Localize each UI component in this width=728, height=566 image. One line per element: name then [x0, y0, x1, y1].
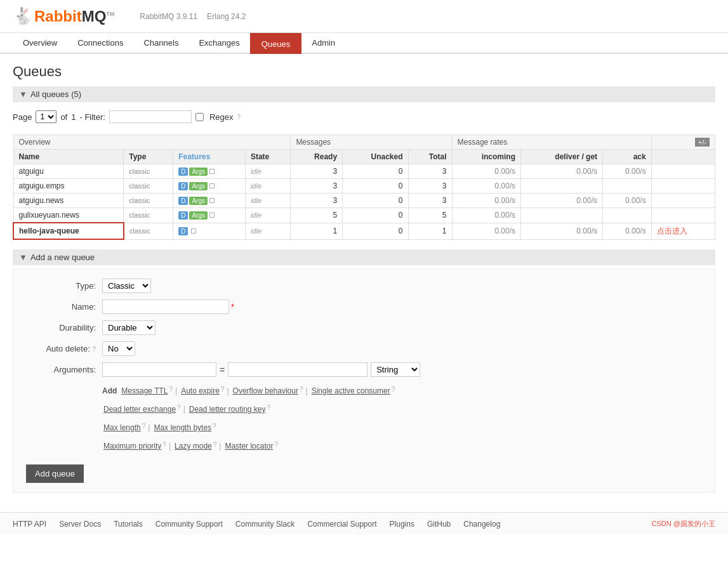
table-row[interactable]: gulixueyuan.newsclassicDArgsidle5050.00/…	[13, 208, 715, 223]
logo-text: RabbitMQTM	[34, 8, 114, 25]
cell-features: DArgs	[173, 194, 246, 208]
pipe7: |	[219, 438, 221, 454]
link-single-active-consumer[interactable]: Single active consumer	[312, 383, 390, 398]
footer-community-support[interactable]: Community Support	[156, 520, 223, 529]
durability-row: Durability: Durable Transient	[26, 320, 702, 335]
cell-deliver-get: 0.00/s	[521, 194, 603, 208]
footer-community-slack[interactable]: Community Slack	[235, 520, 295, 529]
help-master-locator[interactable]: ?	[274, 438, 278, 454]
regex-checkbox[interactable]	[195, 113, 204, 121]
auto-delete-select[interactable]: No Yes	[102, 341, 135, 356]
link-max-length-bytes[interactable]: Max length bytes	[154, 420, 211, 435]
help-auto-expire[interactable]: ?	[221, 383, 225, 398]
help-message-ttl[interactable]: ?	[169, 383, 173, 398]
page-select[interactable]: 1	[36, 110, 56, 123]
nav-connections[interactable]: Connections	[67, 33, 133, 53]
durability-select[interactable]: Durable Transient	[102, 320, 156, 335]
col-unacked: Unacked	[343, 150, 408, 164]
cell-features: DArgs	[173, 208, 246, 223]
nav-exchanges[interactable]: Exchanges	[189, 33, 249, 53]
help-dead-letter-exchange[interactable]: ?	[177, 402, 181, 417]
args-value-input[interactable]	[228, 362, 367, 377]
cell-name[interactable]: gulixueyuan.news	[13, 208, 124, 223]
link-lazy-mode[interactable]: Lazy mode	[175, 438, 212, 454]
nav-queues[interactable]: Queues	[250, 33, 302, 54]
add-queue-section-header[interactable]: ▼ Add a new queue	[13, 249, 715, 265]
footer-changelog[interactable]: Changelog	[463, 520, 500, 529]
link-max-length[interactable]: Max length	[103, 420, 141, 435]
link-maximum-priority[interactable]: Maximum priority	[103, 438, 161, 454]
name-input[interactable]	[102, 299, 229, 314]
cell-ready: 3	[291, 194, 343, 208]
cell-name[interactable]: hello-java-queue	[13, 223, 124, 239]
nav-admin[interactable]: Admin	[301, 33, 345, 53]
footer-github[interactable]: GitHub	[427, 520, 451, 529]
link-auto-expire[interactable]: Auto expire	[181, 383, 220, 398]
cell-total: 3	[408, 194, 452, 208]
nav-channels[interactable]: Channels	[133, 33, 189, 53]
all-queues-section-header[interactable]: ▼ All queues (5)	[13, 86, 715, 102]
help-overflow[interactable]: ?	[300, 383, 303, 398]
pipe2: |	[227, 383, 228, 398]
type-select[interactable]: Classic Quorum Stream	[102, 279, 151, 293]
link-overflow-behaviour[interactable]: Overflow behaviour	[233, 383, 298, 398]
add-links-row4: Maximum priority ? | Lazy mode ? | Maste…	[102, 438, 702, 454]
cell-ready: 5	[291, 208, 343, 223]
cell-name[interactable]: atguigu	[13, 164, 124, 179]
col-type: Type	[124, 150, 173, 164]
durability-label: Durability:	[26, 323, 96, 332]
pipe6: |	[169, 438, 171, 454]
filter-input[interactable]	[109, 110, 192, 123]
col-name: Name	[13, 150, 124, 164]
footer-http-api[interactable]: HTTP API	[13, 520, 46, 529]
cell-unacked: 0	[343, 208, 408, 223]
cell-name[interactable]: atguigu.news	[13, 194, 124, 208]
cell-hint	[651, 208, 715, 223]
arguments-row: Arguments: = String Number Boolean List	[26, 362, 702, 377]
args-key-input[interactable]	[102, 362, 216, 377]
link-dead-letter-exchange[interactable]: Dead letter exchange	[103, 402, 176, 417]
nav-overview[interactable]: Overview	[13, 33, 67, 53]
link-dead-letter-routing-key[interactable]: Dead letter routing key	[189, 402, 266, 417]
footer-tutorials[interactable]: Tutorials	[114, 520, 143, 529]
cell-deliver-get: 0.00/s	[521, 223, 603, 239]
link-master-locator[interactable]: Master locator	[225, 438, 273, 454]
footer-commercial-support[interactable]: Commercial Support	[307, 520, 376, 529]
help-single-active[interactable]: ?	[392, 383, 395, 398]
col-ack: ack	[603, 150, 652, 164]
add-queue-button[interactable]: Add queue	[26, 464, 84, 483]
all-queues-label: All queues (5)	[30, 89, 81, 99]
page-title: Queues	[13, 63, 715, 80]
help-maximum-priority[interactable]: ?	[162, 438, 166, 454]
cell-features: D	[173, 223, 246, 239]
help-dead-letter-routing[interactable]: ?	[267, 402, 271, 417]
auto-delete-help[interactable]: ?	[92, 346, 96, 353]
overview-header: Overview	[13, 135, 291, 150]
cell-ack: 0.00/s	[603, 164, 652, 179]
plus-minus-btn[interactable]: +/-	[651, 135, 715, 150]
help-max-length-bytes[interactable]: ?	[213, 420, 216, 435]
table-row[interactable]: atguiguclassicDArgsidle3030.00/s0.00/s0.…	[13, 164, 715, 179]
cell-ack	[603, 208, 652, 223]
footer-plugins[interactable]: Plugins	[390, 520, 414, 529]
feature-square	[191, 228, 196, 234]
col-ready: Ready	[291, 150, 343, 164]
feature-square	[209, 183, 215, 188]
cell-name[interactable]: atguigu.emps	[13, 179, 124, 194]
footer: HTTP API Server Docs Tutorials Community…	[0, 512, 728, 535]
table-row[interactable]: hello-java-queueclassicDidle1010.00/s0.0…	[13, 223, 715, 239]
table-row[interactable]: atguigu.empsclassicDArgsidle3030.00/s	[13, 179, 715, 194]
footer-server-docs[interactable]: Server Docs	[59, 520, 101, 529]
cell-state: idle	[245, 223, 290, 239]
name-label: Name:	[26, 302, 96, 312]
table-row[interactable]: atguigu.newsclassicDArgsidle3030.00/s0.0…	[13, 194, 715, 208]
help-lazy-mode[interactable]: ?	[213, 438, 217, 454]
cell-state: idle	[245, 164, 290, 179]
version-erlang: Erlang 24.2	[207, 12, 246, 21]
badge-args: Args	[189, 168, 208, 176]
cell-type: classic	[124, 164, 173, 179]
regex-help[interactable]: ?	[237, 114, 241, 121]
args-type-select[interactable]: String Number Boolean List	[371, 362, 420, 377]
link-message-ttl[interactable]: Message TTL	[121, 383, 168, 398]
help-max-length[interactable]: ?	[142, 420, 146, 435]
